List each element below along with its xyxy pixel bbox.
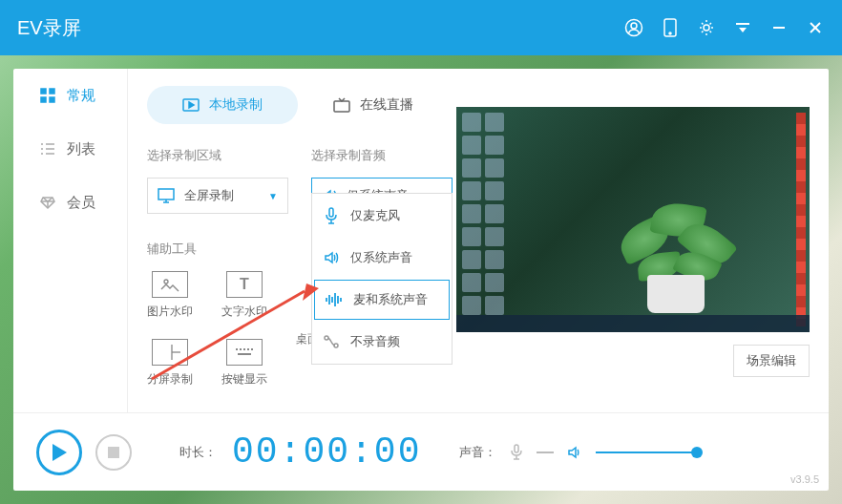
- aux-text-watermark[interactable]: T 文字水印: [221, 271, 267, 320]
- option-label: 仅系统声音: [350, 249, 412, 266]
- sound-section: 声音：: [459, 444, 701, 461]
- record-button[interactable]: [36, 430, 82, 475]
- stop-icon: [108, 447, 119, 458]
- svg-rect-38: [243, 348, 245, 350]
- close-icon[interactable]: [806, 18, 825, 37]
- svg-rect-41: [238, 353, 251, 355]
- speaker-icon: [324, 250, 339, 265]
- audio-option-none[interactable]: 不录音频: [314, 322, 450, 362]
- tab-label: 在线直播: [360, 96, 413, 114]
- speaker-icon[interactable]: [567, 445, 582, 460]
- volume-thumb[interactable]: [691, 447, 703, 458]
- aux-keypress-display[interactable]: 按键显示: [221, 339, 267, 388]
- aux-item-label: 分屏录制: [147, 371, 193, 388]
- sidebar-item-list[interactable]: 列表: [13, 122, 127, 176]
- tab-live-stream[interactable]: 在线直播: [298, 86, 449, 124]
- no-audio-icon: [324, 334, 339, 349]
- preview-side-strip: [796, 113, 806, 326]
- mic-level-track[interactable]: [537, 452, 554, 453]
- caret-down-icon: ▼: [268, 191, 278, 201]
- svg-point-31: [325, 336, 328, 340]
- svg-point-3: [669, 32, 671, 34]
- svg-rect-24: [329, 208, 333, 217]
- preview-plant: [609, 189, 743, 313]
- option-label: 麦和系统声音: [353, 291, 428, 308]
- settings-icon[interactable]: [697, 18, 716, 37]
- content-area: 常规 列表 会员 本地录制 在线直播: [13, 69, 829, 491]
- audio-option-mic-and-system[interactable]: 麦和系统声音: [314, 280, 450, 320]
- text-icon: T: [226, 271, 263, 298]
- sound-label: 声音：: [459, 444, 496, 461]
- preview-desktop-icons: [462, 113, 512, 326]
- svg-rect-12: [50, 97, 54, 102]
- svg-rect-36: [236, 348, 238, 350]
- main-area: 本地录制 在线直播 选择录制区域 全屏录制 ▼ 选择录制音频: [128, 69, 829, 412]
- aux-split-record[interactable]: 分屏录制: [147, 339, 193, 388]
- minimize-icon[interactable]: [769, 18, 789, 37]
- aux-item-label: 文字水印: [221, 304, 267, 320]
- svg-point-32: [334, 344, 338, 347]
- keyboard-icon: [226, 339, 263, 366]
- svg-rect-39: [247, 348, 249, 350]
- grid-icon: [40, 88, 55, 103]
- record-audio-label: 选择录制音频: [311, 147, 453, 164]
- list-icon: [40, 141, 55, 157]
- svg-point-0: [626, 20, 642, 36]
- desktop-preview: [456, 107, 810, 332]
- svg-rect-9: [41, 89, 46, 94]
- record-area-col: 选择录制区域 全屏录制 ▼: [147, 147, 288, 214]
- title-bar: EV录屏: [0, 0, 842, 55]
- svg-rect-5: [736, 23, 749, 25]
- diamond-icon: [40, 195, 55, 210]
- sidebar-item-label: 列表: [67, 140, 95, 158]
- svg-rect-45: [515, 445, 518, 452]
- mic-icon: [324, 207, 339, 224]
- tv-icon: [333, 97, 350, 113]
- title-bar-actions: [624, 18, 825, 37]
- mobile-icon[interactable]: [661, 18, 680, 37]
- svg-point-4: [704, 25, 709, 31]
- audio-option-system-only[interactable]: 仅系统声音: [314, 238, 450, 278]
- scene-edit-button[interactable]: 场景编辑: [733, 345, 810, 377]
- svg-rect-11: [41, 97, 46, 102]
- record-area-label: 选择录制区域: [147, 147, 288, 164]
- aux-item-label: 按键显示: [221, 371, 267, 388]
- record-local-icon: [182, 98, 200, 112]
- mic-icon[interactable]: [510, 444, 523, 461]
- svg-rect-37: [240, 348, 242, 350]
- preview-panel: [456, 107, 810, 332]
- svg-point-33: [164, 280, 168, 284]
- volume-slider[interactable]: [596, 452, 701, 453]
- soundwave-icon: [325, 292, 342, 307]
- version-label: v3.9.5: [790, 473, 819, 485]
- record-area-dropdown[interactable]: 全屏录制 ▼: [147, 178, 288, 214]
- svg-rect-21: [158, 189, 174, 200]
- svg-rect-40: [251, 348, 253, 350]
- preview-taskbar: [456, 315, 810, 332]
- duration-value: 00:00:00: [232, 431, 421, 472]
- sidebar: 常规 列表 会员: [13, 69, 128, 412]
- scene-edit-label: 场景编辑: [747, 352, 796, 369]
- sidebar-item-member[interactable]: 会员: [13, 176, 127, 229]
- dropdown-icon[interactable]: [733, 18, 752, 37]
- svg-point-1: [631, 23, 637, 29]
- svg-rect-10: [50, 89, 54, 94]
- user-icon[interactable]: [624, 18, 643, 37]
- sidebar-item-general[interactable]: 常规: [13, 69, 127, 122]
- option-label: 不录音频: [350, 333, 400, 350]
- stop-button[interactable]: [95, 434, 132, 471]
- tab-label: 本地录制: [209, 96, 263, 114]
- audio-dropdown-menu: 仅麦克风 仅系统声音 麦和系统声音 不录音频: [311, 193, 453, 365]
- duration-label: 时长：: [179, 444, 217, 461]
- dropdown-value: 全屏录制: [184, 187, 234, 204]
- footer-bar: 时长： 00:00:00 声音： v3.9.5: [13, 412, 829, 491]
- app-title: EV录屏: [17, 15, 81, 41]
- split-icon: [152, 339, 188, 366]
- aux-image-watermark[interactable]: 图片水印: [147, 271, 193, 320]
- audio-option-mic-only[interactable]: 仅麦克风: [314, 196, 450, 236]
- tab-local-record[interactable]: 本地录制: [147, 86, 298, 124]
- svg-rect-20: [334, 101, 349, 112]
- sidebar-item-label: 会员: [67, 194, 95, 212]
- sidebar-item-label: 常规: [67, 87, 95, 105]
- play-icon: [51, 443, 68, 462]
